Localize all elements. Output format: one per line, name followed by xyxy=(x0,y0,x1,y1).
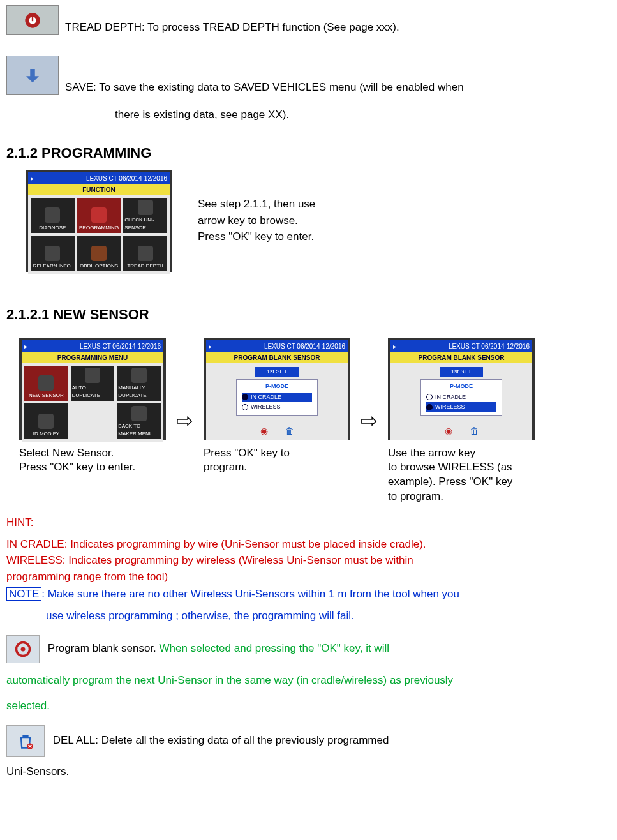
delall-icon xyxy=(6,725,45,757)
caption-1: Select New Sensor. Press "OK" key to ent… xyxy=(19,446,166,476)
pmode-box-2: P-MODE IN CRADLE WIRELESS xyxy=(420,379,502,416)
program-icon: ◉ xyxy=(258,425,271,438)
save-text-2: there is existing data, see page XX). xyxy=(115,107,611,123)
hint-label: HINT: xyxy=(6,514,611,531)
new-sensor-steps: ▸LEXUS CT 06/2014-12/2016 PROGRAMMING ME… xyxy=(19,338,611,505)
caption-2: Press "OK" key to program. xyxy=(204,446,350,476)
cell-newsensor: NEW SENSOR xyxy=(24,366,68,401)
heading-new-sensor: 2.1.2.1 NEW SENSOR xyxy=(6,304,611,325)
save-icon xyxy=(6,56,59,95)
cell-tread: TREAD DEPTH xyxy=(123,236,167,271)
delete-icon: 🗑 xyxy=(468,425,480,438)
tread-depth-icon xyxy=(6,5,59,35)
svg-point-4 xyxy=(21,647,26,652)
opt-incradle-sel: IN CRADLE xyxy=(242,393,312,403)
program-blank-row: Program blank sensor. When selected and … xyxy=(6,635,611,663)
program-icon: ◉ xyxy=(442,425,455,438)
device-screen-blank1: ▸LEXUS CT 06/2014-12/2016 PROGRAM BLANK … xyxy=(204,338,350,440)
cell-programming: PROGRAMMING xyxy=(77,198,121,234)
note-text1: : Make sure there are no other Wireless … xyxy=(41,588,459,600)
prog-cap-1: See step 2.1.1, then use xyxy=(198,196,315,213)
note-text2: use wireless programming ; otherwise, th… xyxy=(46,608,611,624)
prog-cap-3: Press "OK" key to enter. xyxy=(198,229,315,245)
cell-check: CHECK UNI-SENSOR xyxy=(123,198,167,234)
program-blank-icon xyxy=(6,635,40,663)
delete-icon: 🗑 xyxy=(283,425,296,438)
caption-3: Use the arrow key to browse WIRELESS (as… xyxy=(388,446,535,505)
program-blank-green2: automatically program the next Uni-Senso… xyxy=(6,672,611,689)
function-grid: DIAGNOSE PROGRAMMING CHECK UNI-SENSOR RE… xyxy=(28,195,170,274)
blank-label-2: PROGRAM BLANK SENSOR xyxy=(390,352,532,363)
note-label: NOTE xyxy=(6,587,41,601)
tread-depth-row: TREAD DEPTH: To process TREAD DEPTH func… xyxy=(6,5,611,35)
programming-caption: See step 2.1.1, then use arrow key to br… xyxy=(198,196,315,245)
function-label: FUNCTION xyxy=(28,184,170,195)
opt-wireless: WIRELESS xyxy=(242,402,312,412)
cell-autodup: AUTO DUPLICATE xyxy=(71,366,115,401)
pmode-1: 1st SET P-MODE IN CRADLE WIRELESS ◉ 🗑 xyxy=(206,363,348,440)
hint-l2: WIRELESS: Indicates programming by wirel… xyxy=(6,552,611,569)
svg-rect-2 xyxy=(32,17,33,21)
device-screen-progmenu: ▸LEXUS CT 06/2014-12/2016 PROGRAMMING ME… xyxy=(19,338,166,440)
program-blank-green1: When selected and pressing the "OK" key,… xyxy=(160,643,389,655)
pmode-box-1: P-MODE IN CRADLE WIRELESS xyxy=(236,379,318,416)
note-line: NOTE: Make sure there are no other Wirel… xyxy=(6,586,611,603)
step-2: ▸LEXUS CT 06/2014-12/2016 PROGRAM BLANK … xyxy=(204,338,350,476)
delall-text1: DEL ALL: Delete all the existing data of… xyxy=(53,735,389,747)
heading-programming: 2.1.2 PROGRAMMING xyxy=(6,142,611,163)
set-label: 1st SET xyxy=(255,367,299,377)
cell-obdii: OBDII OPTIONS xyxy=(77,236,121,271)
step-1: ▸LEXUS CT 06/2014-12/2016 PROGRAMMING ME… xyxy=(19,338,166,476)
device-screen-function: ▸LEXUS CT 06/2014-12/2016 FUNCTION DIAGN… xyxy=(26,170,172,272)
delall-text2: Uni-Sensors. xyxy=(6,763,611,780)
cell-back: BACK TO MAKER MENU xyxy=(117,403,161,439)
prog-menu-label: PROGRAMMING MENU xyxy=(22,352,163,363)
program-blank-black: Program blank sensor. xyxy=(48,643,160,655)
program-blank-green3: selected. xyxy=(6,698,611,714)
opt-incradle: IN CRADLE xyxy=(426,393,496,403)
cell-idmod: ID MODIFY xyxy=(24,403,68,439)
delall-row: DEL ALL: Delete all the existing data of… xyxy=(6,725,611,757)
arrow-icon-2: ⇨ xyxy=(354,405,384,436)
step-3: ▸LEXUS CT 06/2014-12/2016 PROGRAM BLANK … xyxy=(388,338,535,505)
prog-cap-2: arrow key to browse. xyxy=(198,213,315,229)
device-screen-blank2: ▸LEXUS CT 06/2014-12/2016 PROGRAM BLANK … xyxy=(388,338,535,440)
progmenu-grid: NEW SENSOR AUTO DUPLICATE MANUALLY DUPLI… xyxy=(22,363,163,442)
save-text-1: SAVE: To save the existing data to SAVED… xyxy=(65,79,464,96)
opt-wireless-sel: WIRELESS xyxy=(426,402,496,412)
save-row: SAVE: To save the existing data to SAVED… xyxy=(6,56,611,95)
device-title: LEXUS CT 06/2014-12/2016 xyxy=(86,174,167,183)
hint-l3: programming range from the tool) xyxy=(6,569,611,585)
programming-row: ▸LEXUS CT 06/2014-12/2016 FUNCTION DIAGN… xyxy=(26,170,611,272)
cell-relearn: RELEARN INFO. xyxy=(31,236,75,271)
tread-depth-text: TREAD DEPTH: To process TREAD DEPTH func… xyxy=(65,19,399,36)
hint-l1: IN CRADLE: Indicates programming by wire… xyxy=(6,536,611,553)
device-titlebar: ▸LEXUS CT 06/2014-12/2016 xyxy=(28,172,170,184)
arrow-icon-1: ⇨ xyxy=(170,405,200,436)
blank-label-1: PROGRAM BLANK SENSOR xyxy=(206,352,348,363)
pmode-2: 1st SET P-MODE IN CRADLE WIRELESS ◉ 🗑 xyxy=(390,363,532,440)
cell-diagnose: DIAGNOSE xyxy=(31,198,75,234)
cell-mandup: MANUALLY DUPLICATE xyxy=(117,366,161,401)
